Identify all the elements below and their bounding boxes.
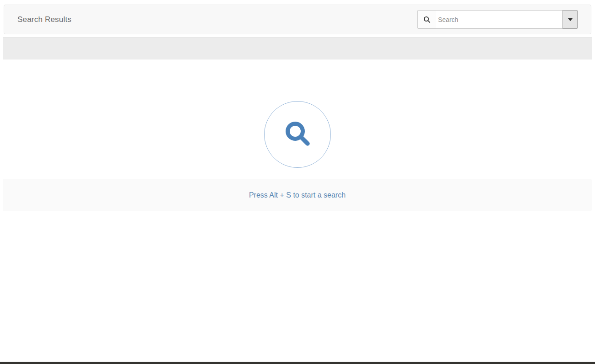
search-scope-dropdown-button[interactable]	[563, 10, 578, 29]
search-input[interactable]	[436, 11, 563, 28]
bottom-edge-bar	[0, 362, 595, 364]
page-title: Search Results	[17, 15, 71, 24]
toolbar-bar	[3, 37, 592, 59]
search-circle-graphic	[264, 101, 331, 168]
hint-band: Press Alt + S to start a search	[3, 179, 592, 211]
caret-down-icon	[568, 18, 573, 21]
header-panel: Search Results	[4, 5, 591, 34]
search-icon	[418, 11, 436, 28]
search-group	[417, 10, 578, 29]
magnifier-icon-large	[283, 119, 312, 150]
search-results-page: Search Results Pres	[0, 0, 595, 364]
search-hint-text: Press Alt + S to start a search	[249, 191, 346, 199]
